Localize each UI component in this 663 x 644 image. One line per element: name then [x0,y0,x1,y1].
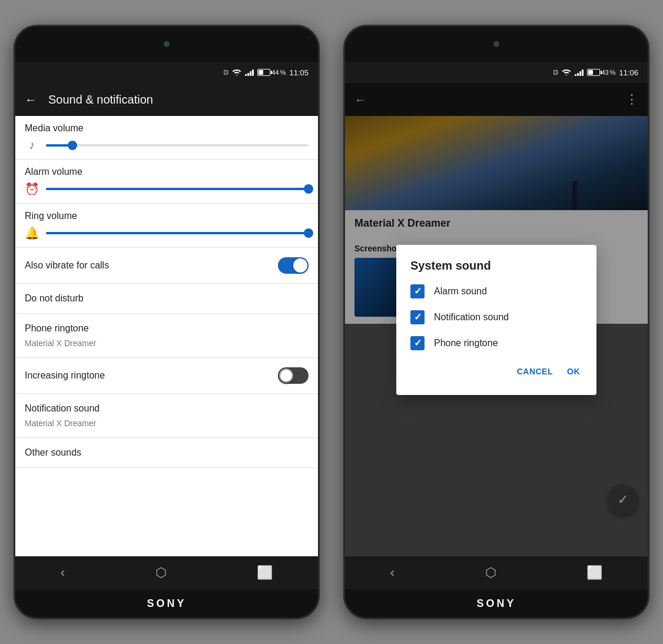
phone2-status-icons: 𝔻 43% 1 [553,68,638,77]
phone-2: 𝔻 43% 1 [343,25,649,619]
alarm-volume-track[interactable] [46,188,309,190]
increasing-ringtone-row[interactable]: Increasing ringtone [15,358,318,394]
phone1-top-bar [15,26,318,62]
do-not-disturb-label: Do not disturb [25,293,84,303]
phone-ringtone-item[interactable]: ✓ Phone ringtone [410,336,582,350]
ring-volume-label: Ring volume [25,211,309,221]
phone2-hearing-icon: 𝔻 [553,69,558,77]
phone1-bottom-nav: ‹ ⬡ ⬜ [15,556,318,589]
notification-sound-row[interactable]: Notification sound Material X Dreamer [15,394,318,438]
alarm-sound-checkmark: ✓ [414,286,422,297]
do-not-disturb-row[interactable]: Do not disturb [15,284,318,314]
ring-volume-section: Ring volume 🔔 [15,204,318,248]
wifi-icon [232,68,241,77]
phone1-status-icons: 𝔻 44% 1 [223,68,309,77]
notification-sound-label: Notification sound [25,403,309,414]
alarm-volume-slider-row: ⏰ [25,182,309,196]
ring-volume-track[interactable] [46,232,309,234]
other-sounds-row[interactable]: Other sounds [15,438,318,468]
phone2-camera-dot [493,41,499,47]
nav-back-button[interactable]: ‹ [61,565,65,580]
media-volume-thumb[interactable] [68,141,77,150]
svg-point-0 [236,74,238,75]
phone2-sony-brand: SONY [345,589,648,618]
phone2-signal-icon [575,69,584,76]
alarm-sound-item[interactable]: ✓ Alarm sound [410,284,582,298]
dialog-cancel-button[interactable]: CANCEL [515,362,555,381]
dialog-title: System sound [410,259,582,273]
vibrate-calls-row[interactable]: Also vibrate for calls [15,248,318,284]
ring-volume-slider-row: 🔔 [25,226,309,240]
system-sound-dialog: System sound ✓ Alarm sound ✓ Notificati [396,245,596,395]
phone2-time: 11:06 [619,68,638,77]
phone2-wifi-icon [562,68,571,77]
phone-ringtone-label: Phone ringtone [25,323,309,334]
alarm-icon: ⏰ [25,182,39,196]
ring-volume-thumb[interactable] [304,228,313,238]
notification-sound-checkmark: ✓ [414,311,422,323]
alarm-sound-checkbox[interactable]: ✓ [410,284,425,298]
camera-dot [164,41,170,47]
nav-home-button[interactable]: ⬡ [155,565,167,580]
phone-ringtone-label: Phone ringtone [434,338,498,348]
phone2-status-bar: 𝔻 43% 1 [345,62,648,83]
increasing-ringtone-knob [279,369,293,383]
vibrate-calls-toggle[interactable] [278,257,309,274]
phone1-battery: 44% [257,69,286,76]
alarm-sound-label: Alarm sound [434,286,487,297]
alarm-volume-thumb[interactable] [304,184,313,194]
page-title: Sound & notification [48,93,153,107]
other-sounds-label: Other sounds [25,447,81,457]
phone2-sony-label: SONY [476,597,516,610]
phone2-nav-back-button[interactable]: ‹ [390,565,395,580]
media-volume-track[interactable] [46,144,309,147]
vibrate-calls-label: Also vibrate for calls [25,260,109,271]
phone2-bottom-nav: ‹ ⬡ ⬜ [345,556,648,589]
media-volume-label: Media volume [25,123,309,134]
phone2-nav-home-button[interactable]: ⬡ [485,565,496,580]
notification-sound-item[interactable]: ✓ Notification sound [410,310,582,324]
phone2-top-bar [345,26,648,62]
bell-icon: 🔔 [25,226,39,240]
phone2-battery: 43% [587,69,615,76]
back-button[interactable]: ← [25,93,37,107]
dialog-overlay: System sound ✓ Alarm sound ✓ Notificati [345,83,648,556]
notification-sound-checkbox[interactable]: ✓ [410,310,425,324]
phone-1: 𝔻 44% 1 [14,25,320,619]
svg-point-1 [566,74,568,75]
phone1-sony-brand: SONY [15,589,318,618]
phone1-status-bar: 𝔻 44% 1 [15,62,318,83]
notification-sound-label: Notification sound [434,312,509,323]
nav-recents-button[interactable]: ⬜ [257,565,273,580]
phone-ringtone-row[interactable]: Phone ringtone Material X Dreamer [15,314,318,358]
phone2-nav-recents-button[interactable]: ⬜ [586,565,602,580]
increasing-ringtone-label: Increasing ringtone [25,370,105,381]
music-note-icon: ♪ [25,138,39,152]
alarm-volume-label: Alarm volume [25,167,309,177]
media-volume-slider-row: ♪ [25,138,309,152]
dialog-actions: CANCEL OK [410,362,582,381]
phone-ringtone-checkbox[interactable]: ✓ [410,336,425,350]
media-volume-section: Media volume ♪ [15,116,318,160]
notification-sound-value: Material X Dreamer [25,419,309,428]
signal-icon [245,69,254,76]
hearing-aid-icon: 𝔻 [223,69,228,77]
alarm-volume-section: Alarm volume ⏰ [15,160,318,204]
phone1-toolbar: ← Sound & notification [15,83,318,116]
phone1-settings-list: Media volume ♪ Alarm volume ⏰ [15,116,318,556]
increasing-ringtone-toggle[interactable] [278,367,309,384]
phone2-app-content: ← ⋮ Material X Dreamer Screenshots ✓ [345,83,648,556]
phone-ringtone-value: Material X Dreamer [25,338,309,348]
ring-volume-fill [46,232,309,234]
phone1-time: 11:05 [289,68,309,77]
dialog-ok-button[interactable]: OK [565,362,582,381]
vibrate-calls-knob [293,258,307,273]
alarm-volume-fill [46,188,309,190]
phone-ringtone-checkmark: ✓ [414,337,422,348]
phone1-sony-label: SONY [147,597,186,610]
